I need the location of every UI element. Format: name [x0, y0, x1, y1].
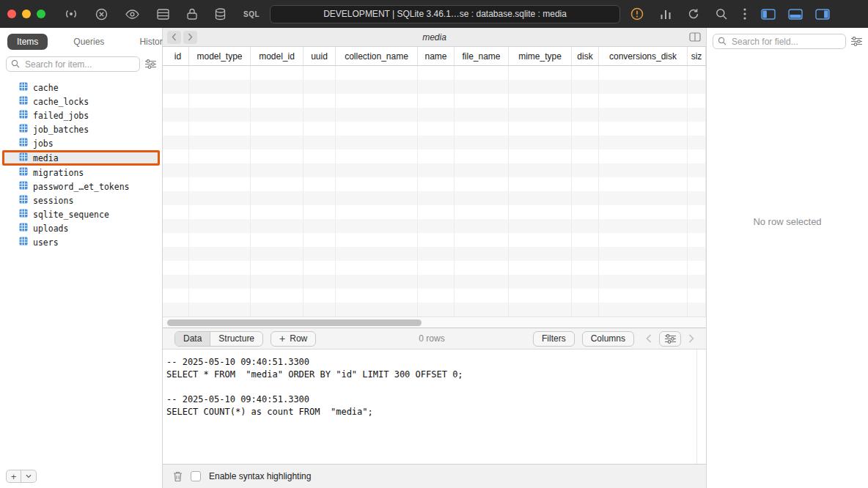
field-search-input[interactable]	[730, 36, 841, 48]
add-row-button[interactable]: + Row	[271, 331, 316, 347]
refresh-icon[interactable]	[688, 8, 699, 20]
table-row[interactable]	[163, 303, 706, 317]
table-list-item[interactable]: sqlite_sequence	[0, 207, 162, 221]
columns-button[interactable]: Columns	[582, 331, 634, 347]
table-list-item[interactable]: password_…et_tokens	[0, 180, 162, 193]
minimize-window-button[interactable]	[22, 10, 31, 18]
item-filter-icon[interactable]	[145, 59, 156, 69]
table-name: failed_jobs	[33, 111, 89, 121]
column-header-model_type[interactable]: model_type	[189, 47, 251, 65]
table-cell	[509, 191, 572, 205]
field-search-field[interactable]	[713, 34, 846, 49]
table-list-item[interactable]: sessions	[0, 193, 162, 207]
app-window: SQL DEVELOPMENT | SQLite 3.46.1…se : dat…	[0, 0, 868, 488]
panel-bottom-icon[interactable]	[788, 9, 803, 20]
column-header-disk[interactable]: disk	[572, 47, 599, 65]
table-cell	[455, 233, 509, 247]
close-circle-icon[interactable]	[95, 8, 108, 21]
close-window-button[interactable]	[7, 10, 16, 18]
lock-icon[interactable]	[187, 8, 197, 20]
eye-icon[interactable]	[125, 10, 139, 19]
warning-icon[interactable]	[630, 7, 644, 21]
table-list-item[interactable]: job_batches	[0, 122, 162, 136]
chart-icon[interactable]	[660, 9, 672, 20]
panel-left-icon[interactable]	[761, 9, 776, 20]
column-header-uuid[interactable]: uuid	[304, 47, 336, 65]
table-row[interactable]	[163, 247, 706, 261]
table-row[interactable]	[163, 122, 706, 136]
table-row[interactable]	[163, 108, 706, 122]
table-cell	[509, 289, 572, 303]
tab-queries[interactable]: Queries	[64, 34, 114, 50]
sql-icon[interactable]: SQL	[243, 10, 260, 18]
table-row[interactable]	[163, 94, 706, 108]
item-search-field[interactable]	[6, 56, 140, 72]
table-list-item[interactable]: migrations	[0, 166, 162, 180]
table-cell	[509, 261, 572, 275]
table-cell	[189, 163, 251, 177]
tab-items[interactable]: Items	[7, 34, 48, 50]
table-list-item[interactable]: jobs	[0, 136, 162, 150]
forward-icon[interactable]	[183, 31, 197, 44]
table-row[interactable]	[163, 275, 706, 289]
table-icon	[19, 96, 28, 107]
table-cell	[167, 108, 189, 122]
signal-icon[interactable]	[65, 8, 78, 20]
table-row[interactable]	[163, 163, 706, 177]
table-row[interactable]	[163, 261, 706, 275]
add-chevron-down-icon[interactable]	[21, 470, 37, 483]
table-cell	[572, 233, 599, 247]
back-icon[interactable]	[167, 31, 181, 44]
split-view-icon[interactable]	[689, 32, 701, 44]
table-row[interactable]	[163, 191, 706, 205]
structure-tab-button[interactable]: Structure	[210, 332, 262, 346]
filters-button[interactable]: Filters	[533, 331, 575, 347]
field-filter-icon[interactable]	[851, 37, 862, 46]
table-row[interactable]	[163, 80, 706, 94]
scrollbar-thumb[interactable]	[167, 319, 422, 326]
more-icon[interactable]	[743, 8, 746, 20]
table-list-item[interactable]: users	[0, 235, 162, 249]
trash-icon[interactable]	[173, 471, 183, 482]
table-cell	[189, 219, 251, 233]
page-previous-icon[interactable]	[646, 334, 652, 343]
page-next-icon[interactable]	[688, 334, 694, 343]
table-row[interactable]	[163, 219, 706, 233]
zoom-window-button[interactable]	[37, 10, 45, 18]
item-search-input[interactable]	[23, 59, 135, 70]
column-header-conversions_disk[interactable]: conversions_disk	[599, 47, 688, 65]
table-row[interactable]	[163, 149, 706, 163]
table-cell	[455, 163, 509, 177]
data-tab-button[interactable]: Data	[175, 332, 210, 346]
tab-title-media[interactable]: media	[422, 32, 446, 42]
table-list-item[interactable]: media	[2, 150, 160, 166]
table-list-item[interactable]: failed_jobs	[0, 108, 162, 122]
add-button[interactable]: +	[6, 470, 21, 483]
search-icon[interactable]	[716, 8, 727, 20]
database-icon[interactable]	[215, 8, 226, 21]
table-list-item[interactable]: cache	[0, 81, 162, 95]
panel-right-icon[interactable]	[815, 9, 830, 20]
column-header-name[interactable]: name	[418, 47, 455, 65]
table-cell	[304, 94, 336, 108]
table-row[interactable]	[163, 233, 706, 247]
page-settings-icon[interactable]	[659, 331, 681, 347]
table-row[interactable]	[163, 66, 706, 80]
table-row[interactable]	[163, 136, 706, 149]
column-header-siz[interactable]: siz	[688, 47, 706, 65]
rows-icon[interactable]	[157, 9, 169, 20]
table-list-item[interactable]: uploads	[0, 221, 162, 235]
table-list-item[interactable]: cache_locks	[0, 95, 162, 108]
syntax-highlighting-checkbox[interactable]	[191, 471, 201, 481]
column-header-model_id[interactable]: model_id	[251, 47, 304, 65]
table-cell	[599, 94, 688, 108]
table-name: users	[33, 237, 59, 248]
column-header-collection_name[interactable]: collection_name	[336, 47, 418, 65]
table-cell	[251, 136, 304, 149]
sql-log[interactable]: -- 2025-05-10 09:40:51.3300 SELECT * FRO…	[163, 350, 696, 464]
table-row[interactable]	[163, 177, 706, 191]
table-row[interactable]	[163, 289, 706, 303]
column-header-file_name[interactable]: file_name	[455, 47, 509, 65]
table-row[interactable]	[163, 205, 706, 219]
column-header-mime_type[interactable]: mime_type	[509, 47, 572, 65]
